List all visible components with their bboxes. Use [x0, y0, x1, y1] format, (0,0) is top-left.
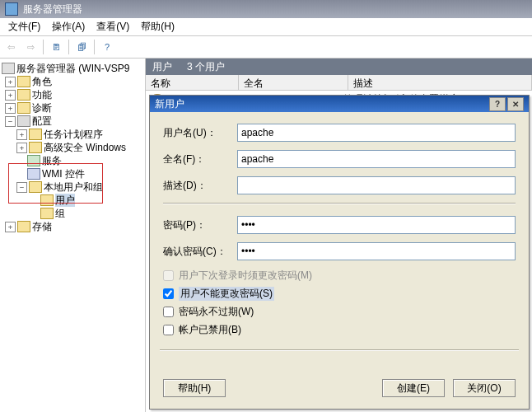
desc-label: 描述(D)： [163, 179, 237, 193]
tree-storage[interactable]: 存储 [32, 220, 52, 233]
tree-groups[interactable]: 组 [55, 207, 65, 220]
chk-never-label[interactable]: 密码永不过期(W) [179, 305, 254, 319]
fullname-input[interactable] [237, 150, 516, 168]
dialog-titlebar[interactable]: 新用户 ? ✕ [150, 96, 529, 112]
chk-disabled-label[interactable]: 帐户已禁用(B) [179, 323, 241, 337]
close-icon[interactable]: ✕ [507, 97, 524, 111]
window-titlebar: 服务器管理器 [0, 0, 532, 18]
col-fullname[interactable]: 全名 [239, 75, 348, 90]
confirm-label: 确认密码(C)： [163, 245, 237, 259]
refresh-icon[interactable]: 🗐 [74, 40, 89, 54]
separator [94, 40, 95, 54]
new-user-dialog: 新用户 ? ✕ 用户名(U)： 全名(F)： 描述(D)： 密码(P)： 确认密… [149, 95, 530, 410]
content-pane: 用户 3 个用户 名称 全名 描述 Admini... 管理计算机(域)的内置帐… [146, 59, 532, 412]
tree-task[interactable]: 任务计划程序 [44, 128, 103, 141]
up-icon[interactable]: 🖹 [49, 40, 63, 54]
menu-file[interactable]: 文件(F) [3, 18, 45, 35]
menu-action[interactable]: 操作(A) [47, 18, 90, 35]
content-count: 3 个用户 [187, 60, 225, 74]
tree-lug[interactable]: 本地用户和组 [44, 180, 103, 194]
content-title: 用户 [152, 60, 172, 74]
chk-disabled[interactable] [163, 325, 174, 335]
col-desc[interactable]: 描述 [348, 75, 532, 90]
close-button[interactable]: 关闭(O) [453, 379, 516, 397]
chk-cannot-label[interactable]: 用户不能更改密码(S) [179, 287, 274, 301]
username-input[interactable] [237, 124, 516, 142]
tree-config[interactable]: 配置 [32, 115, 52, 128]
tree-root[interactable]: 服务器管理器 (WIN-VSP9 [16, 62, 129, 75]
column-headers[interactable]: 名称 全名 描述 [146, 75, 532, 91]
separator [43, 40, 44, 54]
window-title: 服务器管理器 [23, 2, 82, 16]
nav-tree[interactable]: 服务器管理器 (WIN-VSP9 +角色 +功能 +诊断 −配置 +任务计划程序… [0, 59, 146, 412]
tree-users[interactable]: 用户 [55, 194, 75, 207]
chk-never[interactable] [163, 307, 174, 317]
content-header: 用户 3 个用户 [146, 59, 532, 75]
divider [160, 349, 519, 351]
tree-roles[interactable]: 角色 [32, 75, 52, 88]
dialog-title: 新用户 [155, 97, 184, 111]
chk-mustchange [163, 270, 174, 281]
tree-wmi[interactable]: WMI 控件 [42, 167, 85, 180]
password-input[interactable] [237, 216, 516, 234]
fullname-label: 全名(F)： [163, 152, 237, 166]
confirm-input[interactable] [237, 242, 516, 260]
menu-view[interactable]: 查看(V) [91, 18, 134, 35]
tree-firewall[interactable]: 高级安全 Windows [44, 141, 126, 154]
tree-features[interactable]: 功能 [32, 88, 52, 101]
help-icon[interactable]: ? [100, 40, 114, 54]
username-label: 用户名(U)： [163, 126, 237, 140]
chk-mustchange-label: 用户下次登录时须更改密码(M) [179, 269, 312, 283]
chk-cannot[interactable] [163, 288, 174, 299]
col-name[interactable]: 名称 [146, 75, 239, 90]
separator [68, 40, 69, 54]
desc-input[interactable] [237, 176, 516, 194]
help-button[interactable]: 帮助(H) [163, 379, 226, 397]
app-icon [5, 2, 18, 16]
password-label: 密码(P)： [163, 218, 237, 232]
toolbar: ⇦ ⇨ 🖹 🗐 ? [0, 36, 532, 59]
divider [163, 203, 516, 204]
create-button[interactable]: 创建(E) [382, 379, 445, 397]
forward-icon: ⇨ [23, 40, 38, 54]
tree-diag[interactable]: 诊断 [32, 101, 52, 115]
menubar: 文件(F) 操作(A) 查看(V) 帮助(H) [0, 18, 532, 36]
menu-help[interactable]: 帮助(H) [136, 18, 180, 35]
back-icon: ⇦ [3, 40, 18, 54]
tree-services[interactable]: 服务 [42, 154, 62, 167]
help-button-icon[interactable]: ? [489, 97, 506, 111]
